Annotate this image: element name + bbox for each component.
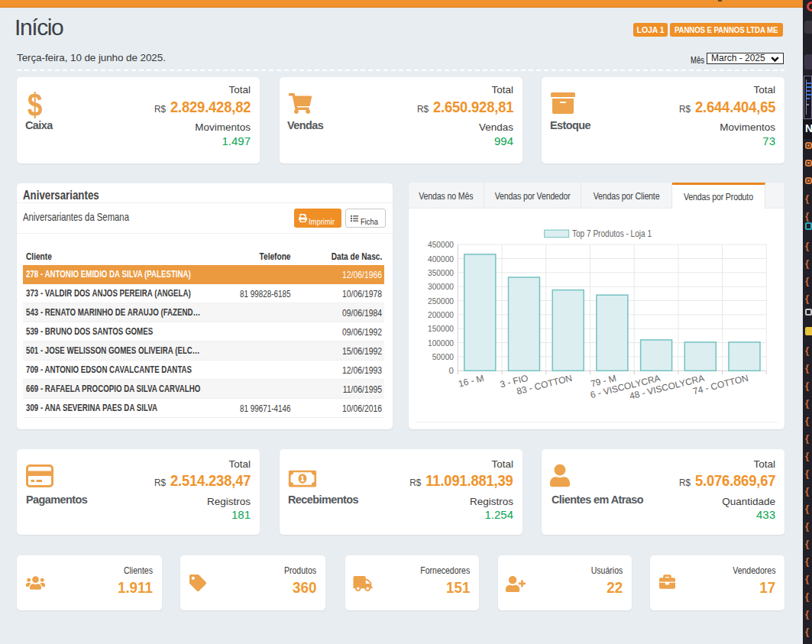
svg-text:300000: 300000 [428,283,454,292]
svg-text:250000: 250000 [428,296,454,306]
svg-text:100000: 100000 [428,338,454,348]
svg-text:200000: 200000 [428,310,454,319]
svg-text:50000: 50000 [432,352,454,361]
svg-text:0: 0 [449,367,454,376]
svg-text:350000: 350000 [428,268,454,277]
svg-text:150000: 150000 [428,325,454,334]
svg-text:450000: 450000 [428,240,454,249]
svg-text:16 - M: 16 - M [458,373,485,390]
svg-text:Top 7 Produtos - Loja 1: Top 7 Produtos - Loja 1 [572,228,652,240]
svg-text:400000: 400000 [428,254,454,264]
